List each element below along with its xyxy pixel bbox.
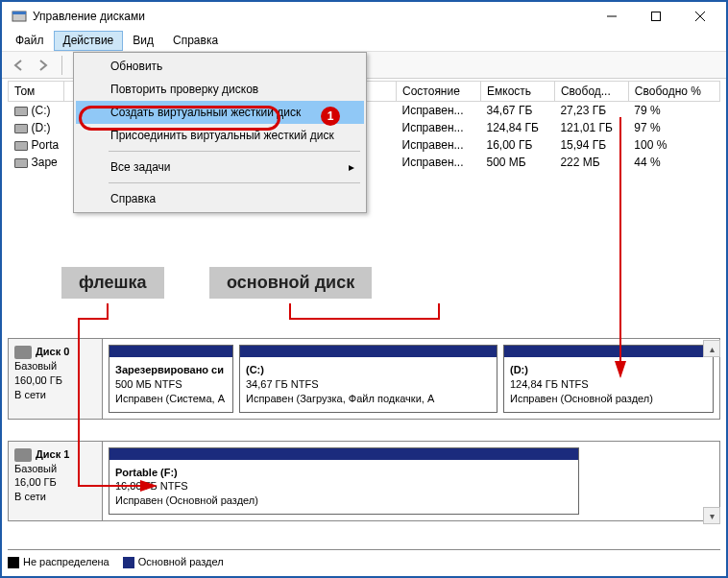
partition-header — [109, 448, 578, 460]
titlebar[interactable]: Управление дисками — [2, 2, 726, 31]
disk-icon — [14, 346, 32, 359]
legend-bar: Не распределена Основной раздел — [8, 549, 720, 570]
col-free[interactable]: Свобод... — [554, 82, 628, 102]
disk-info[interactable]: Диск 0Базовый160,00 ГБВ сети — [9, 339, 103, 419]
col-free-pct[interactable]: Свободно % — [628, 82, 719, 102]
partition[interactable]: (C:)34,67 ГБ NTFSИсправен (Загрузка, Фай… — [239, 345, 497, 413]
menu-rescan-disks[interactable]: Повторить проверку дисков — [76, 78, 364, 101]
drive-icon — [14, 141, 28, 151]
nav-back-button[interactable] — [8, 55, 29, 76]
disk-info[interactable]: Диск 1Базовый16,00 ГБВ сети — [9, 442, 103, 521]
partition-header — [504, 346, 713, 357]
menu-action[interactable]: Действие — [54, 31, 124, 51]
maximize-button[interactable] — [634, 3, 678, 30]
window-title: Управление дисками — [33, 10, 590, 23]
menu-attach-vhd[interactable]: Присоединить виртуальный жесткий диск — [76, 124, 364, 147]
swatch-unallocated — [8, 557, 19, 568]
annotation-badge: 1 — [321, 107, 340, 126]
disk-management-window: Управление дисками Файл Действие Вид Спр… — [0, 0, 728, 578]
disk-row: Диск 1Базовый16,00 ГБВ сетиPortable (F:)… — [8, 441, 720, 522]
svg-rect-3 — [652, 12, 661, 21]
swatch-primary — [123, 557, 134, 568]
menu-view[interactable]: Вид — [123, 31, 163, 51]
menubar: Файл Действие Вид Справка — [2, 31, 726, 52]
scroll-up-button[interactable]: ▴ — [703, 340, 720, 357]
app-icon — [12, 9, 27, 24]
minimize-button[interactable] — [590, 3, 634, 30]
disk-row: Диск 0Базовый160,00 ГБВ сетиЗарезервиров… — [8, 338, 720, 420]
menu-refresh[interactable]: Обновить — [76, 55, 364, 78]
drive-icon — [14, 158, 28, 168]
disk-icon — [14, 448, 32, 462]
drive-icon — [14, 107, 28, 116]
menu-help[interactable]: Справка — [163, 31, 228, 51]
chevron-right-icon: ▸ — [349, 160, 354, 174]
legend-primary: Основной раздел — [138, 556, 224, 567]
menu-help-item[interactable]: Справка — [76, 187, 364, 210]
partition[interactable]: Зарезервировано си500 МБ NTFSИсправен (С… — [109, 345, 233, 413]
annotation-flash-label: флешка — [61, 267, 164, 299]
action-dropdown: Обновить Повторить проверку дисков Созда… — [73, 52, 367, 213]
partition-header — [109, 346, 232, 357]
col-state[interactable]: Состояние — [397, 82, 481, 102]
nav-forward-button[interactable] — [33, 55, 54, 76]
partition-header — [240, 346, 497, 357]
col-capacity[interactable]: Емкость — [481, 82, 555, 102]
menu-all-tasks-label: Все задачи — [110, 160, 171, 174]
close-button[interactable] — [678, 3, 722, 30]
disk-map: Диск 0Базовый160,00 ГБВ сетиЗарезервиров… — [8, 338, 720, 542]
scroll-down-button[interactable]: ▾ — [703, 507, 720, 524]
menu-all-tasks[interactable]: Все задачи▸ — [76, 156, 364, 179]
menu-file[interactable]: Файл — [6, 31, 54, 51]
col-volume[interactable]: Том — [9, 82, 64, 102]
partition[interactable]: Portable (F:)16,00 ГБ NTFSИсправен (Осно… — [109, 447, 579, 516]
drive-icon — [14, 124, 28, 133]
svg-rect-1 — [12, 12, 26, 14]
partition[interactable]: (D:)124,84 ГБ NTFSИсправен (Основной раз… — [503, 345, 714, 413]
annotation-main-label: основной диск — [209, 267, 372, 299]
legend-unallocated: Не распределена — [23, 556, 109, 567]
